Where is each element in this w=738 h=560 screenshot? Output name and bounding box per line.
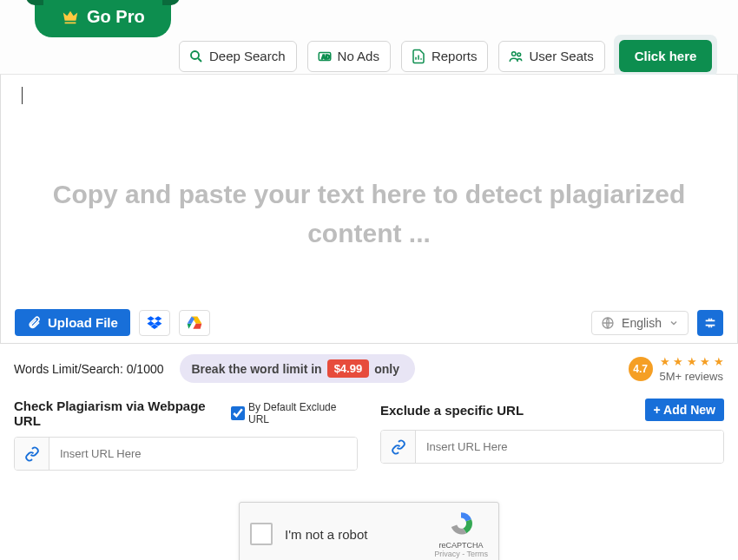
recaptcha-icon <box>447 510 475 537</box>
exclude-url-input[interactable] <box>416 431 723 463</box>
add-new-button[interactable]: + Add New <box>645 399 724 421</box>
dropbox-icon <box>146 314 163 332</box>
reports-icon <box>411 49 426 64</box>
reports-label: Reports <box>432 49 478 63</box>
break-limit-pre: Break the word limit in <box>192 362 322 376</box>
rating-circle: 4.7 <box>629 357 653 381</box>
language-select[interactable]: English <box>591 311 689 335</box>
break-limit-promo[interactable]: Break the word limit in $4.99 only <box>180 354 415 383</box>
price-badge: $4.99 <box>327 359 370 378</box>
plagiarism-textarea[interactable] <box>1 75 737 309</box>
recaptcha-box[interactable]: I'm not a robot reCAPTCHA Privacy - Term… <box>239 502 499 560</box>
svg-point-4 <box>512 51 517 56</box>
link-icon <box>24 446 40 462</box>
crown-icon <box>61 8 80 27</box>
check-url-column: Check Plagiarism via Webpage URL By Defa… <box>14 399 358 471</box>
deep-search-label: Deep Search <box>209 49 286 63</box>
click-here-wrap: Click here <box>614 35 718 77</box>
google-drive-button[interactable] <box>179 310 210 336</box>
go-pro-badge[interactable]: Go Pro <box>35 0 171 37</box>
click-here-button[interactable]: Click here <box>619 40 713 72</box>
recaptcha-privacy: Privacy - Terms <box>434 550 488 558</box>
go-pro-label: Go Pro <box>87 7 145 27</box>
paperclip-icon <box>27 316 41 330</box>
recaptcha-branding: reCAPTCHA Privacy - Terms <box>434 510 488 558</box>
users-icon <box>508 49 524 64</box>
exclude-url-column: Exclude a specific URL + Add New <box>380 399 724 471</box>
svg-text:AD: AD <box>321 54 330 60</box>
no-ads-button[interactable]: AD No Ads <box>307 41 391 72</box>
no-ads-icon: AD <box>317 49 333 64</box>
upload-label: Upload File <box>48 315 118 330</box>
user-seats-label: User Seats <box>529 49 593 63</box>
feature-buttons: Deep Search AD No Ads Reports User Seats <box>179 41 605 72</box>
url-section: Check Plagiarism via Webpage URL By Defa… <box>0 393 738 484</box>
exclude-default-checkbox-wrap[interactable]: By Default Exclude URL <box>231 401 358 425</box>
captcha-wrap: I'm not a robot reCAPTCHA Privacy - Term… <box>0 484 738 560</box>
text-area-wrap: Copy and paste your text here to detect … <box>0 75 738 344</box>
user-seats-button[interactable]: User Seats <box>498 41 604 72</box>
svg-point-0 <box>191 51 199 59</box>
check-url-input[interactable] <box>49 438 357 470</box>
exclude-default-label: By Default Exclude URL <box>248 401 358 425</box>
language-label: English <box>622 316 662 330</box>
google-drive-icon <box>186 314 203 332</box>
rating-box[interactable]: 4.7 ★ ★ ★ ★ ★ 5M+ reviews <box>629 355 724 383</box>
reports-button[interactable]: Reports <box>401 41 489 72</box>
link-icon <box>391 439 406 455</box>
expand-icon <box>703 316 717 330</box>
recaptcha-label: I'm not a robot <box>285 527 422 542</box>
deep-search-button[interactable]: Deep Search <box>179 41 297 72</box>
reviews-count: 5M+ reviews <box>660 370 724 383</box>
info-row: Words Limit/Search: 0/1000 Break the wor… <box>0 344 738 393</box>
upload-file-button[interactable]: Upload File <box>15 309 130 336</box>
check-url-title: Check Plagiarism via Webpage URL <box>14 399 231 428</box>
svg-line-1 <box>198 58 201 62</box>
search-icon <box>188 49 204 64</box>
link-icon-box <box>15 438 49 470</box>
break-limit-post: only <box>374 362 399 376</box>
words-limit-text: Words Limit/Search: 0/1000 <box>14 362 164 376</box>
svg-point-5 <box>517 52 521 56</box>
stars-icon: ★ ★ ★ ★ ★ <box>660 355 724 368</box>
distraction-free-button[interactable] <box>697 310 723 336</box>
exclude-url-title: Exclude a specific URL <box>380 403 524 418</box>
text-cursor <box>22 87 23 104</box>
no-ads-label: No Ads <box>338 49 379 63</box>
chevron-down-icon <box>669 318 679 328</box>
text-toolbar: Upload File English <box>15 309 723 336</box>
recaptcha-brand-text: reCAPTCHA <box>434 541 488 550</box>
dropbox-button[interactable] <box>139 310 170 336</box>
recaptcha-checkbox[interactable] <box>250 523 273 545</box>
link-icon-box <box>381 431 416 463</box>
exclude-default-checkbox[interactable] <box>231 406 245 420</box>
top-bar: Go Pro Deep Search AD No Ads Reports Use… <box>0 0 738 75</box>
globe-icon <box>601 316 615 330</box>
